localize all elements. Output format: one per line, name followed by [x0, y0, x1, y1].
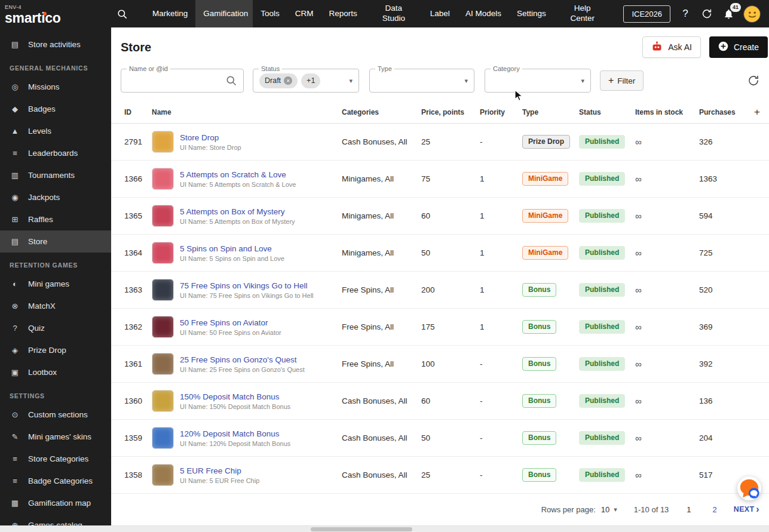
- status-badge: Published: [579, 468, 625, 482]
- type-badge: Bonus: [522, 283, 556, 297]
- page-button-2[interactable]: 2: [713, 505, 717, 514]
- column-header-price-points[interactable]: Price, points: [421, 108, 480, 116]
- sidebar-group: SETTINGS ⊙ Custom sections ✎ Mini games'…: [0, 383, 111, 532]
- search-icon[interactable]: [111, 8, 133, 20]
- item-name-link[interactable]: 5 EUR Free Chip: [180, 466, 259, 475]
- item-categories: Free Spins, All: [342, 322, 421, 331]
- sidebar-item-store-activities[interactable]: ▤ Store activities: [0, 33, 111, 56]
- range-label: 1-10 of 13: [634, 505, 669, 514]
- nav-item-ai-models[interactable]: AI Models: [458, 0, 509, 27]
- create-button[interactable]: Create: [709, 36, 768, 58]
- name-filter-field[interactable]: Name or @id: [121, 69, 244, 93]
- sidebar-group: GENERAL MECHANICS ◎ Missions ◆ Badges ▲ …: [0, 56, 111, 253]
- column-header-status[interactable]: Status: [579, 108, 635, 116]
- nav-item-help-center[interactable]: Help Center: [554, 0, 611, 27]
- add-filter-button[interactable]: + Filter: [600, 70, 644, 91]
- chat-widget-button[interactable]: [737, 476, 762, 501]
- rows-per-page-select[interactable]: 10 ▾: [601, 505, 617, 514]
- column-header-name[interactable]: Name: [152, 108, 342, 116]
- sidebar-item-prize-drop[interactable]: ◈ Prize Drop: [0, 339, 111, 361]
- column-header-type[interactable]: Type: [522, 108, 579, 116]
- nav-item-reports[interactable]: Reports: [321, 0, 365, 27]
- filter-chip[interactable]: Draft ×: [259, 73, 298, 88]
- item-priority: -: [480, 471, 522, 479]
- notifications-icon[interactable]: 41: [722, 7, 735, 20]
- top-bar-actions: ICE2026 ? 41: [623, 5, 769, 23]
- sidebar-item-mini-games[interactable]: ◐ Mini games: [0, 273, 111, 295]
- sidebar-item-jackpots[interactable]: ◉ Jackpots: [0, 186, 111, 208]
- item-name-link[interactable]: 5 Spins on Spin and Love: [180, 244, 284, 253]
- user-avatar[interactable]: [743, 5, 761, 23]
- sidebar-item-badge-categories[interactable]: ≡ Badge Categories: [0, 470, 111, 492]
- item-name-link[interactable]: 150% Deposit Match Bonus: [180, 392, 290, 401]
- next-page-button[interactable]: NEXT ›: [734, 505, 759, 514]
- sidebar-item-label: Quiz: [28, 324, 45, 333]
- nav-item-tools[interactable]: Tools: [253, 0, 287, 27]
- item-name-link[interactable]: 25 Free Spins on Gonzo's Quest: [180, 355, 305, 364]
- sidebar-item-levels[interactable]: ▲ Levels: [0, 120, 111, 142]
- nav-item-gamification[interactable]: Gamification: [195, 0, 253, 27]
- name-filter-label: Name or @id: [127, 65, 170, 72]
- nav-item-marketing[interactable]: Marketing: [145, 0, 195, 27]
- plus-circle-icon: [718, 41, 728, 53]
- items-in-stock-value: ∞: [635, 137, 699, 147]
- status-badge: Published: [579, 135, 625, 149]
- nav-item-crm[interactable]: CRM: [287, 0, 321, 27]
- item-name-link[interactable]: Store Drop: [180, 133, 241, 142]
- column-header-priority[interactable]: Priority: [480, 108, 522, 116]
- sidebar-item-custom-sections[interactable]: ⊙ Custom sections: [0, 404, 111, 426]
- sidebar-section-title: SETTINGS: [0, 383, 111, 404]
- item-name-link[interactable]: 120% Deposit Match Bonus: [180, 429, 290, 438]
- refresh-icon[interactable]: [700, 7, 713, 20]
- sidebar-item-gamification-map[interactable]: ▦ Gamification map: [0, 492, 111, 514]
- item-name-link[interactable]: 75 Free Spins on Vikings Go to Hell: [180, 281, 314, 290]
- type-filter-select[interactable]: Type ▾: [369, 69, 474, 93]
- sidebar-item-quiz[interactable]: ? Quiz: [0, 317, 111, 339]
- scrollbar-thumb[interactable]: [311, 527, 412, 531]
- ice2026-button[interactable]: ICE2026: [623, 5, 670, 23]
- item-id: 1363: [124, 285, 152, 294]
- item-priority: 1: [480, 248, 522, 257]
- ask-ai-button[interactable]: Ask AI: [642, 36, 701, 58]
- help-icon[interactable]: ?: [679, 7, 692, 20]
- sidebar-item-mini-games-skins[interactable]: ✎ Mini games' skins: [0, 426, 111, 448]
- sidebar-item-missions[interactable]: ◎ Missions: [0, 76, 111, 98]
- refresh-icon[interactable]: [747, 75, 759, 87]
- sidebar-item-label: Custom sections: [28, 410, 88, 419]
- filter-chip[interactable]: +1: [301, 73, 320, 88]
- notification-badge: 41: [730, 3, 741, 12]
- horizontal-scrollbar[interactable]: [0, 525, 769, 532]
- sidebar-group: RETENTION GAMES ◐ Mini games ⊗ MatchX ? …: [0, 253, 111, 383]
- item-name-link[interactable]: 5 Attempts on Box of Mystery: [180, 207, 295, 216]
- page-button-1[interactable]: 1: [687, 505, 691, 514]
- search-icon: [225, 75, 237, 87]
- item-name-link[interactable]: 50 Free Spins on Aviator: [180, 318, 281, 327]
- add-column-button[interactable]: +: [754, 106, 760, 118]
- column-header-id[interactable]: ID: [124, 108, 152, 116]
- sidebar-item-store-categories[interactable]: ≡ Store Categories: [0, 448, 111, 470]
- remove-chip-icon[interactable]: ×: [284, 76, 292, 85]
- sidebar-item-store[interactable]: ▤ Store: [0, 230, 111, 253]
- column-header-purchases[interactable]: Purchases: [699, 108, 754, 116]
- name-filter-input[interactable]: [127, 76, 225, 86]
- nav-item-settings[interactable]: Settings: [509, 0, 554, 27]
- item-name-link[interactable]: 5 Attempts on Scratch & Love: [180, 170, 296, 179]
- item-purchases: 392: [699, 359, 754, 368]
- status-filter-select[interactable]: Status Draft × +1 ▾: [253, 69, 359, 93]
- sidebar-item-badges[interactable]: ◆ Badges: [0, 98, 111, 120]
- column-header-items-in-stock[interactable]: Items in stock: [635, 108, 699, 116]
- item-purchases: 520: [699, 285, 754, 294]
- category-filter-select[interactable]: Category ▾: [485, 69, 591, 93]
- nav-item-data-studio[interactable]: Data Studio: [365, 0, 422, 27]
- sidebar-item-lootbox[interactable]: ▣ Lootbox: [0, 361, 111, 383]
- item-price: 200: [421, 285, 480, 294]
- sidebar-item-raffles[interactable]: ⊞ Raffles: [0, 208, 111, 230]
- column-header-categories[interactable]: Categories: [342, 108, 421, 116]
- item-name-cell: 50 Free Spins on Aviator UI Name: 50 Fre…: [152, 316, 342, 338]
- item-priority: 1: [480, 211, 522, 220]
- sidebar-item-leaderboards[interactable]: ≡ Leaderboards: [0, 142, 111, 164]
- nav-item-label[interactable]: Label: [422, 0, 458, 27]
- status-badge: Published: [579, 283, 625, 297]
- sidebar-item-tournaments[interactable]: ▥ Tournaments: [0, 164, 111, 186]
- sidebar-item-matchx[interactable]: ⊗ MatchX: [0, 295, 111, 317]
